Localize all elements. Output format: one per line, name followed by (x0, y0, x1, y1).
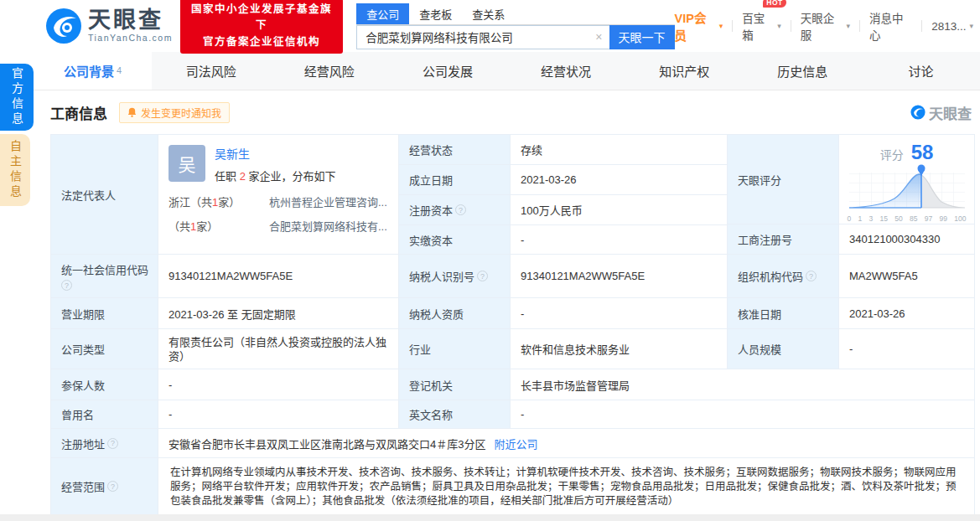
tab-intellectual-property[interactable]: 知识产权 (625, 52, 744, 90)
field-label-business-term: 营业期限 (51, 298, 158, 329)
legal-representative-card: 吴 吴新生 任职 2 家企业，分布如下 浙江（共1家） 杭州普程企业管理咨询..… (158, 135, 399, 255)
search-tab-company[interactable]: 查公司 (356, 3, 409, 24)
business-info-header: 工商信息 发生变更时通知我 天眼查 (50, 90, 980, 134)
field-value-org-code: MA2WW5FA5 (839, 255, 975, 298)
company-distribution: 浙江（共1家） 杭州普程企业管理咨询... （共1家） 合肥菜划算网络科技有..… (169, 193, 388, 234)
chevron-down-icon: ▾ (719, 22, 723, 30)
distribution-region: 浙江（共1家） (169, 193, 269, 209)
page-bottom-strip (0, 514, 980, 521)
field-label-company-type: 公司类型 (51, 329, 158, 369)
tianyancha-watermark-icon (910, 105, 926, 120)
tab-operating-status[interactable]: 经营状况 (507, 52, 625, 90)
chevron-down-icon: ▾ (847, 22, 851, 30)
field-label-taxpayer-qualification: 纳税人资质 (399, 298, 511, 329)
field-label-taxpayer-id: 纳税人识别号? (399, 255, 511, 298)
help-icon[interactable]: ? (107, 438, 118, 449)
section-title: 工商信息 (50, 102, 107, 123)
field-value-staff-size: - (839, 329, 975, 369)
menu-toolbox[interactable]: HOT 百宝箱 ▾ (742, 9, 781, 43)
help-icon[interactable]: ? (107, 481, 118, 492)
top-header: 天眼查 TianYanCha.com 国家中小企业发展子基金旗下 官方备案企业征… (0, 0, 980, 52)
tab-company-development[interactable]: 公司发展 (388, 52, 506, 90)
chevron-down-icon: ▾ (970, 22, 974, 30)
role-summary: 任职 2 家企业，分布如下 (215, 168, 336, 183)
field-label-registration-authority: 登记机关 (399, 369, 511, 400)
field-label-credit-code: 统一社会信用代码? (51, 255, 158, 298)
score-axis-ticks: 0 1 3 15 50 85 97 99 100 (848, 214, 967, 223)
nearby-companies-link[interactable]: 附近公司 (494, 436, 537, 451)
tab-company-background[interactable]: 公司背景 4 (34, 52, 152, 90)
bell-icon (127, 107, 137, 117)
field-value-registered-capital: 100万人民币 (511, 195, 728, 225)
side-tab-self-info[interactable]: 自主信息 (0, 134, 30, 206)
field-value-registration-authority: 长丰县市场监督管理局 (511, 369, 975, 400)
score-label: 评分 (880, 146, 904, 162)
field-label-status: 经营状态 (399, 135, 511, 165)
tianyancha-watermark: 天眼查 (910, 102, 972, 123)
field-value-business-scope: 在计算机网络专业领域内从事技术开发、技术咨询、技术服务、技术转让；计算机软硬件技… (158, 458, 975, 515)
field-label-approval-date: 核准日期 (728, 298, 839, 329)
field-label-business-scope: 经营范围? (51, 458, 158, 515)
field-value-taxpayer-id: 91340121MA2WW5FA5E (511, 255, 728, 298)
field-value-credit-code: 91340121MA2WW5FA5E (158, 255, 399, 298)
certification-badge-line2: 官方备案企业征信机构 (188, 34, 335, 50)
distribution-company-link[interactable]: 杭州普程企业管理咨询... (269, 193, 388, 209)
chevron-down-icon: ▾ (777, 22, 781, 30)
field-value-industry: 软件和信息技术服务业 (511, 329, 728, 369)
score-chart: 评分 58 (839, 135, 975, 224)
field-value-established: 2021-03-26 (511, 165, 728, 195)
tianyancha-logo[interactable]: 天眼查 TianYanCha.com (45, 8, 173, 44)
help-icon[interactable]: ? (806, 271, 817, 281)
field-label-insured-count: 参保人数 (51, 369, 158, 400)
menu-account[interactable]: 2813... ▾ (931, 20, 973, 33)
field-value-registration-number: 340121000304330 (839, 224, 975, 255)
field-label-staff-size: 人员规模 (728, 329, 839, 369)
legal-representative-link[interactable]: 吴新生 (215, 145, 250, 162)
distribution-company-link[interactable]: 合肥菜划算网络科技有... (269, 218, 388, 234)
help-icon[interactable]: ? (477, 271, 488, 281)
search-input[interactable] (356, 25, 609, 49)
role-count: 2 (240, 170, 246, 183)
menu-divider (732, 20, 733, 32)
help-icon[interactable]: ? (61, 280, 72, 291)
field-value-english-name: - (511, 400, 975, 429)
menu-vip[interactable]: VIP会员 ▾ (675, 8, 723, 44)
menu-divider (921, 20, 922, 32)
field-value-insured-count: - (158, 369, 399, 400)
field-label-paid-in-capital: 实缴资本 (399, 225, 511, 255)
field-value-company-type: 有限责任公司（非自然人投资或控股的法人独资） (158, 329, 399, 369)
field-label-industry: 行业 (399, 329, 511, 369)
tab-discussion[interactable]: 讨论 (862, 52, 980, 90)
menu-enterprise-services[interactable]: 天眼企服 ▾ (801, 9, 850, 43)
menu-divider (791, 20, 791, 32)
distribution-region: （共1家） (169, 218, 269, 234)
tab-history-info[interactable]: 历史信息 (744, 52, 862, 90)
side-tab-official-info[interactable]: 官方信息 (0, 64, 34, 131)
field-value-paid-in-capital: - (511, 225, 728, 255)
tab-judicial-risk[interactable]: 司法风险 (152, 52, 270, 90)
search-tab-relation[interactable]: 查关系 (462, 3, 515, 24)
company-section-tabs: 公司背景 4 司法风险 经营风险 公司发展 经营状况 知识产权 历史信息 讨论 (34, 52, 980, 90)
notify-on-change-button[interactable]: 发生变更时通知我 (119, 102, 230, 123)
field-label-english-name: 英文名称 (399, 400, 511, 429)
logo-title: 天眼查 (88, 9, 173, 32)
field-label-former-name: 曾用名 (51, 400, 158, 429)
certification-badge: 国家中小企业发展子基金旗下 官方备案企业征信机构 (180, 0, 343, 54)
search-tab-boss[interactable]: 查老板 (409, 3, 462, 24)
hot-badge: HOT (763, 0, 786, 8)
menu-message-center[interactable]: 消息中心 (869, 9, 912, 43)
field-value-status: 存续 (511, 135, 728, 165)
clear-search-icon[interactable]: × (595, 30, 602, 44)
field-label-registration-number: 工商注册号 (728, 224, 839, 255)
field-label-established: 成立日期 (399, 165, 511, 195)
help-icon[interactable]: ? (455, 204, 466, 215)
search-button[interactable]: 天眼一下 (609, 25, 675, 49)
field-value-approval-date: 2021-03-26 (839, 298, 975, 329)
field-label-registered-capital: 注册资本? (399, 195, 511, 225)
avatar[interactable]: 吴 (169, 145, 205, 182)
tab-count-badge: 4 (117, 65, 122, 75)
tab-operating-risk[interactable]: 经营风险 (270, 52, 388, 90)
certification-badge-line1: 国家中小企业发展子基金旗下 (188, 2, 335, 34)
menu-divider (859, 20, 860, 32)
field-label-legal-representative: 法定代表人 (51, 135, 158, 255)
